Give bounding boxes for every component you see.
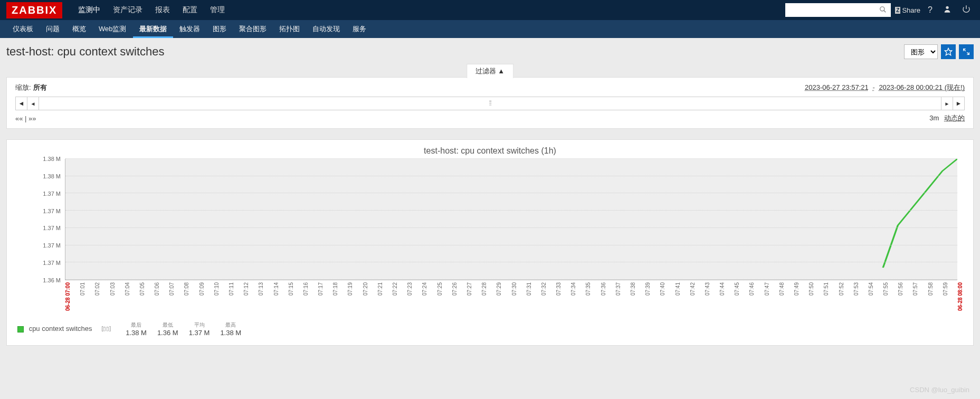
subnav-item-7[interactable]: 聚合图形 (233, 20, 273, 38)
legend-value-header: 最后 (131, 321, 141, 329)
fullscreen-button[interactable] (959, 44, 974, 59)
x-tick-label: 07:46 (749, 282, 755, 296)
slider-step-left[interactable]: ◄ (16, 97, 27, 110)
x-tick-label: 07:40 (660, 282, 665, 296)
y-tick-label: 1.37 M (43, 260, 61, 266)
subnav-item-0[interactable]: 仪表板 (6, 20, 40, 38)
subnav-item-4[interactable]: 最新数据 (133, 20, 173, 38)
x-tick-label: 06-28 07:00 (65, 282, 71, 311)
svg-point-2 (946, 6, 948, 9)
topnav-item-2[interactable]: 报表 (149, 0, 176, 20)
x-tick-label: 07:48 (779, 282, 785, 296)
date-to[interactable]: 2023-06-28 00:00:21 (现在!) (879, 83, 965, 91)
filter-jump-controls[interactable]: «« | »» (15, 115, 36, 122)
share-icon: Z (895, 7, 900, 14)
y-tick-label: 1.37 M (43, 225, 61, 231)
x-tick-label: 07:17 (318, 282, 324, 296)
x-tick-label: 07:42 (690, 282, 696, 296)
x-tick-label: 07:25 (437, 282, 443, 296)
subnav-item-10[interactable]: 服务 (346, 20, 373, 38)
x-tick-label: 07:51 (823, 282, 829, 296)
topnav-item-4[interactable]: 管理 (204, 0, 231, 20)
x-tick-label: 07:49 (794, 282, 800, 296)
legend-value-2: 平均1.37 M (189, 320, 210, 337)
x-tick-label: 07:39 (645, 282, 651, 296)
filter-dynamic-toggle[interactable]: 动态的 (944, 114, 965, 122)
date-range: 2023-06-27 23:57:21 - 2023-06-28 00:00:2… (805, 83, 965, 92)
x-tick-label: 07:13 (258, 282, 264, 296)
topnav-item-1[interactable]: 资产记录 (107, 0, 149, 20)
x-tick-label: 07:28 (481, 282, 487, 296)
x-tick-label: 07:57 (912, 282, 918, 296)
x-tick-label: 07:54 (868, 282, 874, 296)
subnav: 仪表板问题概览Web监测最新数据触发器图形聚合图形拓扑图自动发现服务 (0, 20, 980, 38)
zoom-value[interactable]: 所有 (33, 83, 47, 92)
y-tick-label: 1.37 M (43, 191, 61, 197)
x-tick-label: 07:26 (452, 282, 458, 296)
topnav: 监测中资产记录报表配置管理 (72, 0, 785, 20)
filter-panel: 过滤器 ▲ 缩放: 所有 2023-06-27 23:57:21 - 2023-… (6, 77, 974, 129)
zoom-row: 缩放: 所有 2023-06-27 23:57:21 - 2023-06-28 … (15, 83, 965, 92)
topnav-item-0[interactable]: 监测中 (72, 0, 107, 20)
x-tick-label: 07:34 (570, 282, 576, 296)
filter-toggle-tab[interactable]: 过滤器 ▲ (467, 64, 513, 78)
x-tick-label: 07:02 (94, 282, 100, 296)
subnav-item-3[interactable]: Web监测 (92, 20, 133, 38)
y-tick-label: 1.38 M (43, 173, 61, 179)
slider-step-right[interactable]: ► (953, 97, 964, 110)
legend-value-3: 最高1.38 M (220, 320, 241, 337)
help-icon[interactable]: ? (925, 5, 936, 15)
subnav-item-9[interactable]: 自动发现 (306, 20, 346, 38)
slider-page-right[interactable]: ► (941, 97, 953, 110)
x-tick-label: 07:30 (511, 282, 517, 296)
share-link[interactable]: Z Share (895, 6, 920, 14)
x-tick-label: 07:14 (273, 282, 279, 296)
logo[interactable]: ZABBIX (6, 2, 62, 18)
search-icon[interactable] (879, 6, 887, 15)
subnav-item-5[interactable]: 触发器 (173, 20, 206, 38)
x-tick-label: 07:35 (585, 282, 591, 296)
legend-value-0: 最后1.38 M (126, 320, 147, 337)
plot-surface[interactable] (65, 159, 957, 280)
x-tick-label: 07:36 (601, 282, 606, 296)
x-tick-label: 07:56 (898, 282, 903, 296)
x-tick-label: 07:53 (853, 282, 859, 296)
user-icon[interactable] (940, 5, 955, 15)
legend-value-header: 平均 (194, 321, 205, 329)
subnav-item-8[interactable]: 拓扑图 (273, 20, 306, 38)
legend-values: 最后1.38 M最低1.36 M平均1.37 M最高1.38 M (120, 320, 246, 337)
legend-series: cpu context switches (17, 325, 92, 332)
page-header: test-host: cpu context switches 图形 (0, 38, 980, 63)
filter-footer: «« | »» 3m 动态的 (15, 113, 965, 123)
subnav-item-6[interactable]: 图形 (206, 20, 233, 38)
x-tick-label: 07:31 (526, 282, 532, 296)
y-tick-label: 1.38 M (43, 156, 61, 162)
x-tick-label: 07:18 (332, 282, 338, 296)
x-tick-label: 07:19 (347, 282, 353, 296)
x-tick-label: 07:33 (556, 282, 562, 296)
favorite-button[interactable] (941, 44, 956, 59)
power-icon[interactable] (959, 5, 974, 15)
topnav-item-3[interactable]: 配置 (176, 0, 204, 20)
legend-value-text: 1.37 M (189, 329, 210, 337)
x-tick-label: 07:04 (125, 282, 130, 296)
subnav-item-1[interactable]: 问题 (40, 20, 66, 38)
search-input[interactable] (789, 6, 879, 14)
x-tick-label: 07:06 (154, 282, 160, 296)
x-tick-label: 07:08 (184, 282, 189, 296)
date-from[interactable]: 2023-06-27 23:57:21 (805, 83, 869, 91)
svg-point-0 (880, 6, 884, 11)
global-search[interactable] (785, 3, 891, 17)
slider-page-left[interactable]: ◄ (27, 97, 39, 110)
slider-track[interactable]: ⦙⦙ (39, 97, 941, 110)
x-tick-label: 07:01 (80, 282, 85, 296)
x-tick-label: 07:11 (229, 282, 234, 296)
x-tick-label: 07:29 (496, 282, 502, 296)
x-tick-label: 07:55 (883, 282, 889, 296)
x-tick-label: 06-28 08:00 (957, 282, 963, 311)
x-tick-label: 07:09 (199, 282, 205, 296)
svg-marker-3 (945, 48, 952, 55)
legend-value-text: 1.38 M (126, 329, 147, 337)
x-tick-label: 07:37 (615, 282, 621, 296)
view-mode-select[interactable]: 图形 (904, 44, 938, 59)
